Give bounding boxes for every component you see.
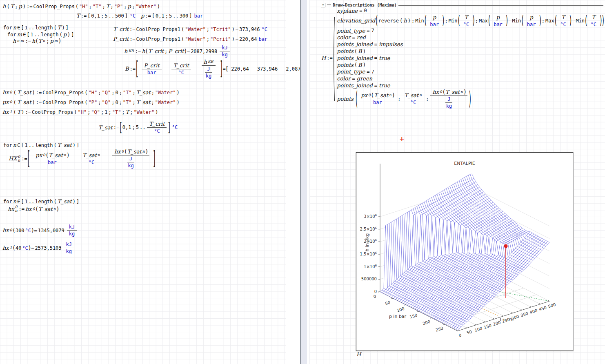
tok-f: Max [478,18,488,24]
formula-loop1-body[interactable]: hn m:=h(Tn; pm) [12,38,61,44]
draw-descriptions-section-header: + Draw-Descriptions (Maxima) [321,2,603,7]
y-axis-label: T in °C [499,317,514,322]
plot-variable-label[interactable]: H [356,351,361,357]
tok-v: n [13,198,17,204]
bracket-group: (pbar) [488,14,508,27]
formula-loop3-for-n[interactable]: for n ∈ [1..length(T_sat)] [3,198,80,204]
tok-o: ( [59,32,63,38]
formula-hx1-40[interactable]: hx1(40 °C)=2573,5103kJkg [2,242,75,254]
bracket-group: (T_crit; P_crit) [146,48,187,54]
section-label[interactable]: Draw-Descriptions (Maxima) [333,2,397,7]
tok-n: 7 [371,28,375,33]
tok-n: 220,64 [239,36,257,42]
tok-sub: 0 [368,93,371,97]
tok-sub: 0 [440,90,442,94]
tok-u: bar [493,22,503,27]
formula-p-vector[interactable]: p:=[0,1; 5..300]bar [140,13,203,19]
tok-v: T_sat [57,142,72,148]
tok-v: T_sat [127,149,142,155]
enthalpy-3d-plot-svg: 05000001×1061.5×1062×1062.5×1063×1060501… [356,153,573,351]
enthalpy-3d-plot[interactable]: 05000001×1061.5×1062×1062.5×1063×1060501… [356,152,573,351]
matrix-cell: P_critbar [140,62,162,75]
bracket-group: (T_satn) [46,152,69,158]
tok-o: ) [157,4,160,9]
tok-v: true [378,55,391,61]
tok-v: T [76,13,80,19]
tok-n: 40 [15,245,22,251]
tok-v: T_crit [148,48,164,54]
formula-loop1-for-n[interactable]: for n ∈ [1..length(T)] [3,24,69,31]
tok-n: 5 [169,13,172,19]
tok-o: ) [67,32,71,38]
z-tick-label: 500000 [361,277,377,281]
tok-o: .. [28,25,35,31]
tok-s: "Q" [91,109,100,115]
tok-v: hx [7,206,15,212]
tok-o: ( [181,27,185,32]
tok-o: ∈ [17,25,20,31]
formula-loop1-for-m[interactable]: for m ∈ [1..length(p)] [7,31,75,38]
formula-h-KB[interactable]: hKB:=h(T_crit; P_crit)=2087,2998kJkg [124,45,231,58]
t-tick-label: 450 [538,305,547,312]
tok-v: h [403,18,407,24]
formula-H-draw-list[interactable]: H:=(xyplane=0elevation_grid(reverse(h); … [321,7,604,109]
tok-o: ; [14,4,18,9]
draw-option-line: point_type=7 [336,27,374,34]
formula-P-crit[interactable]: P_crit:=CoolProp_Props1("Water"; "Pcrit"… [113,36,268,42]
formula-hx0-300[interactable]: hx0(300 °C)=1345,0079kJkg [2,224,78,237]
formula-B-matrix[interactable]: B:=[P_critbarT_crit°ChKBJkg]=[220,64373,… [125,59,320,79]
formula-T-sat-def[interactable]: T_sat:=[0,1; 5..T_crit°C]°C [98,121,178,134]
formula-hx1-def[interactable]: hx1(T):=CoolProp_Props("H"; "Q"; 1; "T";… [2,109,158,115]
tok-o: ; [119,90,122,95]
tok-f: length [35,25,53,31]
tok-b: = [351,76,356,82]
tok-o: := [18,206,25,212]
tok-n: 5 [104,13,108,19]
insert-cursor-cross[interactable]: + [399,135,405,143]
formula-loop2-body[interactable]: HX0 n:=[px0(T_satn)barT_satn°Chx0(T_satn… [8,149,155,169]
formula-loop2-for-n[interactable]: for n ∈ [1..length(T_sat)] [3,142,80,148]
tok-f: Min [512,18,522,24]
tok-v: T [106,3,110,9]
t-tick-label: 150 [483,323,492,330]
formula-hx0-def[interactable]: hx0(T_sat):=CoolProp_Props("H"; "Q"; 0; … [2,89,180,95]
tok-v: p [432,14,436,20]
draw-option-line: points(B) [336,48,366,55]
tok-v: hx [2,227,9,233]
fraction: T°C [589,14,598,27]
tok-sub: n [142,150,145,153]
tok-o: := [80,13,87,19]
formula-T-crit[interactable]: T_crit:=CoolProp_Props1("Water"; "Tcrit"… [113,26,268,32]
critical-point-marker [504,244,508,248]
tok-u: kJ [66,242,72,247]
bracket-group: (T°C) [458,14,474,27]
tok-o: ( [181,36,185,42]
tok-o: ; [102,4,106,9]
tok-s: "Water" [185,36,206,42]
tok-u: kg [221,52,228,58]
formula-T-vector[interactable]: T:=[0,1; 5..500]°C [76,13,136,19]
p-tick [391,298,393,299]
bracket-group: (T_satn) [125,149,148,155]
fraction: hKBJkg [201,59,216,79]
formula-h-def[interactable]: h(T; p):=CoolProp_Props("H"; "T"; T; "P"… [2,3,160,9]
tok-o: − [572,18,575,24]
formula-loop3-body[interactable]: hx0 n:=hx0(T_satn) [7,205,59,213]
tok-o: ; [397,96,401,102]
tok-o: := [21,156,27,162]
tok-n: 0,1 [122,124,132,130]
tok-o: := [145,13,151,19]
tok-o: ; [123,4,127,9]
fraction: px0(T_satn)bar [359,92,396,105]
tok-v: HX [8,155,18,162]
tok-v: T [125,109,130,115]
formula-px0-def[interactable]: px0(T_sat):=CoolProp_Props("P"; "Q"; 0; … [2,99,180,105]
tok-n: 1 [24,25,28,31]
tok-n: 1 [104,109,108,115]
tok-o: ) [176,90,180,95]
fraction: T_crit°C [171,62,191,75]
tok-u: °C [463,22,469,27]
tok-f: Min [575,18,585,24]
fraction: Jkg [126,156,136,169]
collapse-toggle-icon[interactable]: + [321,3,325,7]
